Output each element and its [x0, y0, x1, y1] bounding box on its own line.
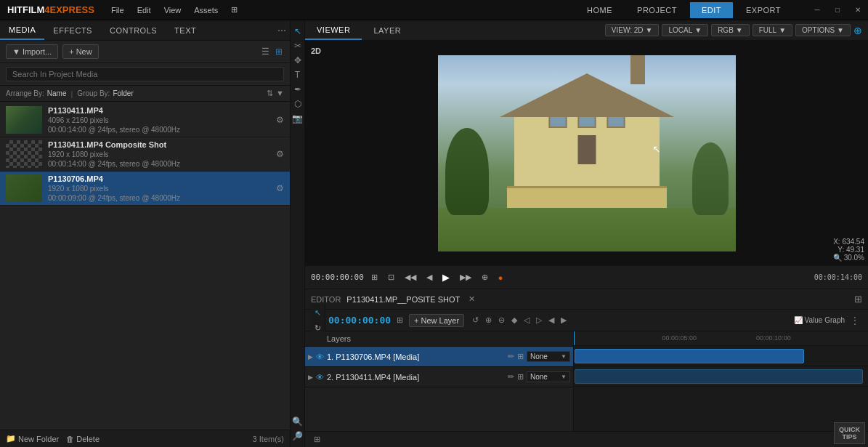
text-tool-icon[interactable]: T: [295, 70, 300, 80]
media-gear-icon[interactable]: ⚙: [276, 115, 284, 125]
options-arrow-icon: ▼: [837, 26, 844, 34]
et-icon-1[interactable]: ↺: [470, 315, 481, 326]
layer-clip[interactable]: [575, 349, 804, 363]
tc-record-icon[interactable]: ●: [495, 272, 506, 283]
nav-project[interactable]: PROJECT: [625, 2, 689, 18]
tc-play-button[interactable]: ▶: [439, 270, 453, 284]
menu-edit-item[interactable]: Edit: [131, 3, 157, 17]
right-panel: ↖ ✂ ✥ T ✒ ⬡ 📷 🔍 🔎 VIEWER LAYER: [291, 20, 868, 447]
et-icon-7[interactable]: ◀: [546, 315, 556, 326]
tc-prev-frame-icon[interactable]: ◀◀: [402, 271, 419, 283]
playhead[interactable]: [574, 331, 575, 345]
nav-home[interactable]: HOME: [575, 2, 624, 18]
menu-view[interactable]: View: [158, 3, 187, 17]
et-icon-4[interactable]: ◆: [509, 315, 519, 326]
layer-grid-icon[interactable]: ⊞: [517, 372, 524, 382]
media-item[interactable]: P1130411.MP4 Composite Shot 1920 x 1080 …: [0, 137, 290, 172]
layer-row[interactable]: ▶ 👁 1. P1130706.MP4 [Media] ✏ ⊞ None ▼: [305, 347, 573, 367]
list-view-icon[interactable]: ☰: [260, 45, 271, 58]
media-gear-icon[interactable]: ⚙: [276, 149, 284, 159]
quick-tips-badge[interactable]: QUICK TIPS: [834, 422, 865, 444]
new-button[interactable]: + New: [62, 44, 98, 59]
new-folder-button[interactable]: 📁 New Folder: [6, 434, 59, 443]
et-prev-icon[interactable]: ⊞: [394, 314, 406, 326]
tab-effects[interactable]: EFFECTS: [44, 20, 101, 40]
editor-more-icon[interactable]: ⋮: [848, 314, 862, 327]
tab-controls[interactable]: CONTROLS: [101, 20, 166, 40]
menu-grid[interactable]: ⊞: [225, 2, 243, 17]
tc-copy-icon[interactable]: ⊞: [368, 271, 381, 283]
et-select-icon[interactable]: ↖: [312, 307, 324, 319]
et-icon-5[interactable]: ◁: [522, 315, 532, 326]
layer-expand-icon[interactable]: ▶: [308, 353, 313, 361]
zoom-out-icon[interactable]: 🔎: [292, 431, 303, 441]
coord-y: Y: 49.31: [833, 246, 864, 254]
eb-compose-icon[interactable]: ⊞: [311, 433, 323, 446]
full-button[interactable]: FULL ▼: [753, 24, 792, 36]
layer-blend-dropdown[interactable]: None ▼: [527, 371, 570, 382]
viewer-fullscreen-icon[interactable]: ⊕: [853, 25, 862, 36]
ruler-mark-2: 00:00:10:00: [756, 334, 791, 342]
group-by-value[interactable]: Folder: [113, 89, 133, 97]
arrange-by-value[interactable]: Name: [47, 89, 67, 97]
media-name: P1130411.MP4: [48, 106, 270, 115]
layer-grid-icon[interactable]: ⊞: [517, 352, 524, 361]
tc-prev-icon[interactable]: ◀: [423, 271, 435, 283]
media-details-line2: 00:00:14:00 @ 24fps, stereo @ 48000Hz: [48, 126, 270, 134]
maximize-button[interactable]: □: [827, 0, 848, 20]
tc-add-icon[interactable]: ⊕: [479, 271, 491, 283]
nav-edit[interactable]: EDIT: [690, 2, 733, 18]
new-layer-button[interactable]: + New Layer: [409, 314, 464, 327]
shape-tool-icon[interactable]: ⬡: [294, 99, 301, 109]
et-icon-2[interactable]: ⊕: [483, 315, 494, 326]
import-button[interactable]: ▼ Import...: [6, 44, 58, 59]
arrange-by-label: Arrange By:: [6, 89, 44, 97]
rgb-button[interactable]: RGB ▼: [711, 24, 750, 36]
media-item[interactable]: P1130411.MP4 4096 x 2160 pixels 00:00:14…: [0, 103, 290, 137]
slice-tool-icon[interactable]: ✂: [294, 41, 301, 51]
view-2d-button[interactable]: VIEW: 2D ▼: [605, 24, 660, 36]
layer-edit-icon[interactable]: ✏: [508, 352, 514, 361]
sort-icon[interactable]: ⇅: [267, 89, 273, 98]
tc-snap-icon[interactable]: ⊡: [385, 271, 397, 283]
move-tool-icon[interactable]: ✥: [294, 55, 301, 65]
zoom-in-icon[interactable]: 🔍: [292, 416, 303, 427]
layer-clip-second[interactable]: [575, 369, 863, 384]
value-graph-button[interactable]: 📈 Value Graph: [794, 316, 845, 324]
layer-edit-icon[interactable]: ✏: [508, 372, 514, 382]
house-roof: [500, 73, 674, 117]
nav-export[interactable]: EXPORT: [734, 2, 792, 18]
close-button[interactable]: ✕: [848, 0, 868, 20]
camera-tool-icon[interactable]: 📷: [292, 113, 303, 124]
local-button[interactable]: LOCAL ▼: [662, 24, 708, 36]
tab-media[interactable]: MEDIA: [0, 20, 44, 40]
layer-visibility-icon[interactable]: 👁: [316, 373, 324, 382]
tab-viewer[interactable]: VIEWER: [305, 20, 362, 40]
select-tool-icon[interactable]: ↖: [294, 26, 301, 36]
logo-hitfilm: HITFILM4EXPRESS: [7, 4, 94, 15]
menu-file[interactable]: File: [105, 3, 130, 17]
filter-icon[interactable]: ▼: [276, 89, 284, 98]
delete-button[interactable]: 🗑 Delete: [66, 435, 100, 443]
media-gear-icon[interactable]: ⚙: [276, 183, 284, 193]
et-icon-8[interactable]: ▶: [559, 315, 569, 326]
menu-assets[interactable]: Assets: [188, 3, 224, 17]
layer-row[interactable]: ▶ 👁 2. P1130411.MP4 [Media] ✏ ⊞ None ▼: [305, 367, 573, 387]
tab-text[interactable]: TEXT: [166, 20, 205, 40]
media-item[interactable]: P1130706.MP4 1920 x 1080 pixels 00:00:09…: [0, 172, 290, 206]
options-button[interactable]: OPTIONS ▼: [795, 24, 851, 36]
et-icon-6[interactable]: ▷: [534, 315, 544, 326]
pen-tool-icon[interactable]: ✒: [294, 84, 301, 94]
left-tab-more-icon[interactable]: ⋯: [277, 25, 286, 36]
minimize-button[interactable]: ─: [807, 0, 827, 20]
layer-expand-icon[interactable]: ▶: [308, 374, 313, 381]
tab-layer[interactable]: LAYER: [362, 20, 413, 40]
editor-close-icon[interactable]: ✕: [469, 294, 475, 304]
tc-next-icon[interactable]: ▶▶: [457, 271, 474, 283]
editor-expand-icon[interactable]: ⊞: [854, 294, 862, 305]
grid-view-icon[interactable]: ⊞: [274, 45, 284, 58]
search-input[interactable]: [6, 67, 284, 81]
layer-visibility-icon[interactable]: 👁: [316, 353, 324, 361]
et-icon-3[interactable]: ⊖: [496, 315, 507, 326]
layer-blend-dropdown[interactable]: None ▼: [527, 351, 570, 362]
